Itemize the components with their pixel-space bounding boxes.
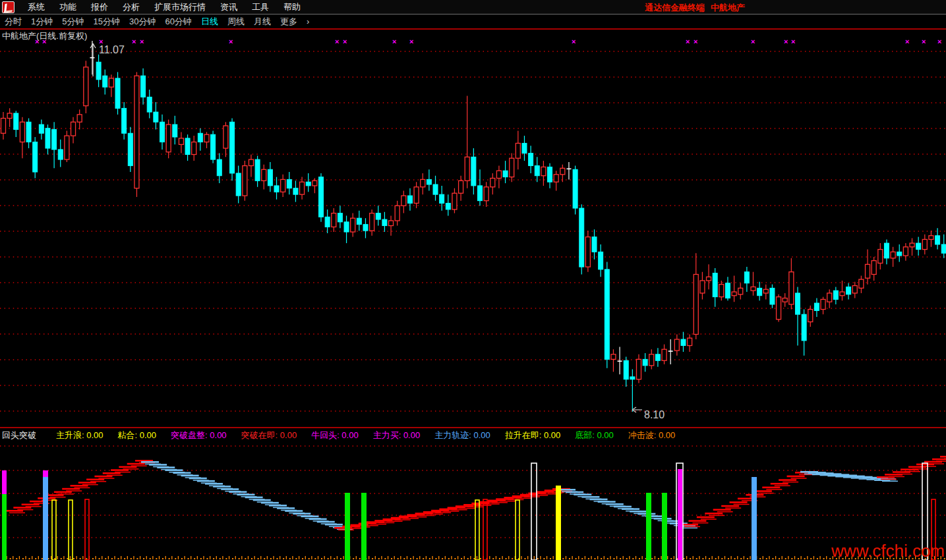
up-candle: [585, 237, 590, 267]
trend-dash-echo: [131, 465, 147, 466]
axis-dot: [728, 558, 729, 559]
hollow-signal-bar: [52, 500, 56, 560]
trend-dash: [111, 469, 129, 471]
axis-tick: [585, 556, 585, 559]
tab-30min[interactable]: 30分钟: [125, 15, 160, 28]
axis-dot: [67, 558, 68, 559]
axis-dot: [410, 558, 411, 559]
signal-x-marker: ×: [140, 38, 144, 45]
axis-dot: [73, 558, 74, 559]
tab-realtime[interactable]: 分时: [0, 15, 26, 28]
trend-dash: [705, 513, 723, 515]
trend-dash: [309, 518, 327, 520]
down-candle: [363, 225, 368, 231]
tongdaxin-logo-icon[interactable]: [2, 1, 15, 13]
tab-60min[interactable]: 60分钟: [160, 15, 196, 28]
menu-item-info[interactable]: 资讯: [213, 1, 245, 13]
axis-tick: [540, 556, 541, 559]
trend-dash-echo: [904, 471, 920, 472]
menu-item-help[interactable]: 帮助: [276, 1, 308, 13]
down-candle: [446, 203, 450, 209]
main-candlestick-chart[interactable]: ×××××××××××××××××××11.078.10: [0, 30, 946, 427]
trend-dash-echo: [443, 511, 459, 512]
up-candle: [262, 169, 266, 181]
axis-tick: [330, 556, 331, 559]
tab-weekly[interactable]: 周线: [223, 15, 249, 28]
axis-dot: [595, 558, 596, 559]
up-candle: [878, 250, 883, 264]
tab-15min[interactable]: 15分钟: [88, 15, 124, 28]
up-candle: [763, 289, 768, 293]
axis-tick: [375, 556, 376, 559]
tab-more[interactable]: 更多: [276, 15, 302, 28]
trend-dash-echo: [492, 502, 508, 503]
axis-dot: [569, 558, 570, 559]
signal-x-marker: ×: [335, 38, 339, 45]
axis-dot: [156, 558, 157, 559]
trend-dash: [22, 504, 40, 506]
signal-x-marker: ×: [686, 38, 690, 45]
axis-dot: [740, 558, 742, 559]
indicator-field-4: 牛回头: 0.00: [311, 430, 359, 441]
tab-1min[interactable]: 1分钟: [26, 15, 57, 28]
down-candle: [522, 143, 527, 153]
down-candle: [770, 288, 775, 304]
axis-tick: [400, 556, 401, 559]
trend-dash-echo: [107, 475, 123, 476]
signal-x-marker: ×: [572, 38, 576, 45]
tab-5min[interactable]: 5分钟: [57, 15, 88, 28]
down-candle: [713, 273, 717, 297]
axis-dot: [759, 558, 761, 559]
down-candle: [26, 122, 31, 142]
axis-dot: [245, 558, 246, 559]
axis-dot: [353, 558, 354, 559]
indicator-name[interactable]: 回头突破: [2, 430, 36, 441]
signal-x-marker: ×: [937, 38, 941, 45]
solid-signal-bar: [646, 493, 651, 560]
indicator-sub-chart[interactable]: [0, 443, 946, 560]
axis-dot: [124, 558, 125, 559]
menu-item-tools[interactable]: 工具: [245, 1, 276, 13]
trend-dash: [229, 491, 247, 493]
hollow-signal-bar: [85, 499, 89, 560]
up-candle: [465, 157, 469, 181]
axis-tick: [191, 556, 191, 559]
menu-item-extended-market[interactable]: 扩展市场行情: [147, 1, 213, 13]
axis-tick: [610, 556, 610, 559]
chevron-right-icon[interactable]: ›: [302, 16, 314, 27]
axis-dot: [105, 558, 106, 559]
trend-dash: [762, 487, 780, 489]
axis-dot: [613, 558, 614, 559]
menu-item-system[interactable]: 系统: [20, 1, 52, 13]
axis-tick: [718, 556, 719, 559]
indicator-field-2: 突破盘整: 0.00: [171, 430, 227, 441]
trend-dash: [71, 485, 88, 487]
tab-monthly[interactable]: 月线: [249, 15, 276, 28]
axis-tick: [578, 556, 579, 559]
signal-x-marker: ×: [392, 38, 396, 45]
up-candle: [281, 179, 285, 192]
indicator-field-5: 主力买: 0.00: [373, 430, 421, 441]
menu-item-function[interactable]: 功能: [52, 1, 84, 13]
down-candle: [744, 272, 749, 283]
solid-signal-bar: [662, 493, 667, 560]
axis-tick: [527, 556, 528, 559]
trend-dash: [141, 461, 159, 463]
down-candle: [846, 287, 851, 294]
trend-dash: [606, 503, 624, 505]
axis-tick: [686, 556, 687, 559]
menu-item-quotes[interactable]: 报价: [84, 1, 115, 13]
axis-tick: [25, 556, 26, 559]
down-candle: [433, 184, 438, 194]
trend-dash-echo: [9, 513, 25, 514]
axis-tick: [477, 556, 477, 559]
up-candle: [707, 277, 711, 281]
down-candle: [535, 166, 539, 176]
down-candle: [592, 237, 597, 252]
indicator-field-7: 拉升在即: 0.00: [505, 430, 561, 441]
up-candle: [332, 213, 336, 227]
axis-tick: [496, 556, 496, 559]
menu-item-analysis[interactable]: 分析: [115, 1, 147, 13]
axis-dot: [42, 558, 43, 559]
tab-daily[interactable]: 日线: [196, 15, 223, 28]
